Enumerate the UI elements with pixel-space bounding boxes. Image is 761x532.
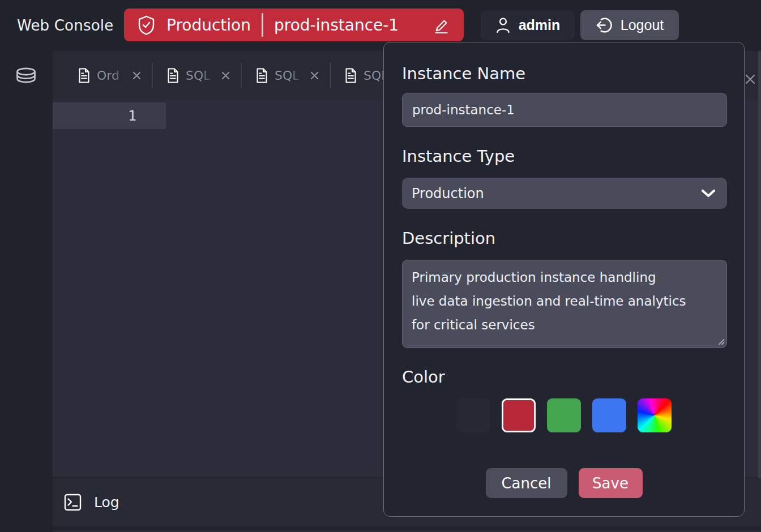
instance-name-label: Instance Name — [402, 63, 525, 84]
color-swatch-rainbow[interactable] — [638, 398, 672, 432]
database-icon[interactable] — [15, 67, 37, 87]
badge-divider — [262, 13, 263, 37]
tab-label: SQL — [275, 68, 305, 83]
file-icon — [256, 68, 268, 83]
logout-button[interactable]: Logout — [580, 10, 679, 40]
tab-close-icon[interactable] — [221, 71, 230, 80]
description-textarea[interactable]: Primary production instance handling liv… — [402, 260, 727, 348]
instance-type-select[interactable]: Production — [402, 178, 727, 209]
description-field-wrap: Primary production instance handling liv… — [402, 260, 727, 348]
tab-file-0[interactable]: Ord — [64, 51, 152, 100]
save-button[interactable]: Save — [579, 468, 643, 498]
description-label: Description — [402, 228, 495, 249]
terminal-icon — [64, 494, 82, 511]
user-icon — [495, 17, 511, 33]
modal-button-row: Cancel Save — [384, 468, 744, 498]
color-swatch-row — [384, 398, 744, 432]
bottom-panel-strip — [53, 530, 761, 532]
line-number: 1 — [128, 108, 136, 124]
color-swatch-red[interactable] — [502, 398, 536, 432]
instance-settings-popover: Instance Name Instance Type Production D… — [383, 42, 745, 517]
file-icon — [78, 68, 90, 83]
editor-active-line-gutter: 1 — [53, 102, 166, 129]
tab-label: Ord — [97, 68, 127, 83]
log-panel-title: Log — [94, 494, 119, 510]
user-name: admin — [519, 17, 561, 33]
instance-name-input[interactable] — [402, 93, 727, 127]
app-title: Web Console — [17, 0, 113, 51]
instance-name-badge-label: prod-instance-1 — [274, 16, 399, 35]
color-swatch-blue[interactable] — [592, 398, 626, 432]
tab-file-1[interactable]: SQL — [153, 51, 241, 100]
color-swatch-green[interactable] — [547, 398, 581, 432]
logout-icon — [596, 16, 613, 34]
tab-label: SQL — [186, 68, 216, 83]
instance-type-value: Production — [412, 186, 484, 201]
color-swatch-default[interactable] — [456, 398, 490, 432]
cancel-button[interactable]: Cancel — [486, 468, 567, 498]
color-label: Color — [402, 366, 445, 388]
tab-close-icon[interactable] — [132, 71, 142, 80]
tab-close-icon-overflow[interactable] — [744, 73, 756, 85]
resize-handle-icon[interactable] — [717, 338, 725, 345]
instance-badge[interactable]: Production prod-instance-1 — [124, 8, 464, 41]
edit-pencil-icon[interactable] — [434, 17, 449, 33]
chevron-down-icon — [701, 189, 716, 198]
tab-file-2[interactable]: SQL — [242, 51, 330, 100]
instance-type-badge-label: Production — [166, 16, 251, 35]
file-icon — [345, 68, 357, 83]
instance-type-label: Instance Type — [402, 145, 515, 167]
left-sidebar — [0, 51, 53, 532]
tab-close-icon[interactable] — [310, 71, 319, 80]
file-icon — [167, 68, 179, 83]
logout-label: Logout — [621, 17, 664, 33]
user-button[interactable]: admin — [481, 10, 575, 40]
shield-check-icon — [138, 15, 155, 35]
editor-scrollbar[interactable] — [758, 51, 761, 526]
